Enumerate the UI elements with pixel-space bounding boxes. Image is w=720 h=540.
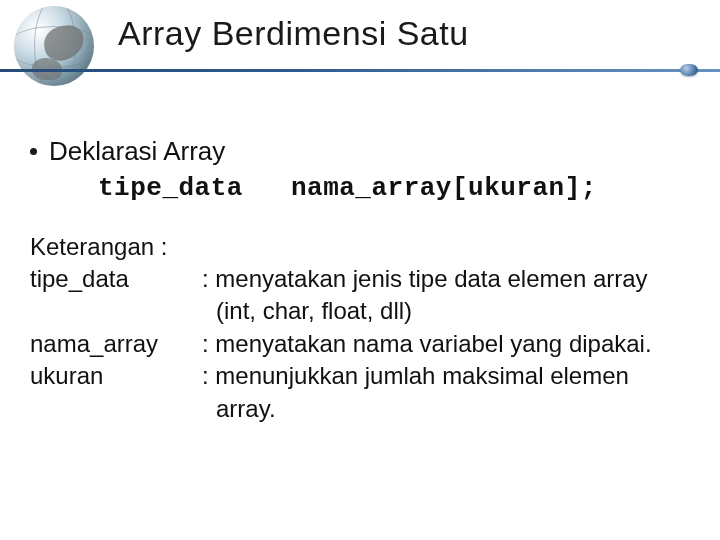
def-desc: : menunjukkan jumlah maksimal elemen: [202, 360, 692, 392]
slide-header: Array Berdimensi Satu: [0, 0, 720, 92]
code-part-type: tipe_data: [98, 173, 243, 203]
def-term: tipe_data: [30, 263, 202, 295]
definition-list: tipe_data : menyatakan jenis tipe data e…: [30, 263, 692, 425]
def-desc: : menyatakan jenis tipe data elemen arra…: [202, 263, 692, 295]
bullet-dot-icon: [30, 148, 37, 155]
def-desc: : menyatakan nama variabel yang dipakai.: [202, 328, 692, 360]
definition-row-cont: (int, char, float, dll): [30, 295, 692, 327]
code-syntax: tipe_datanama_array[ukuran];: [98, 173, 692, 203]
slide-title: Array Berdimensi Satu: [118, 14, 469, 53]
def-desc-cont: (int, char, float, dll): [216, 295, 692, 327]
code-part-name: nama_array[ukuran];: [291, 173, 597, 203]
header-rule: [0, 67, 720, 81]
definition-row: ukuran : menunjukkan jumlah maksimal ele…: [30, 360, 692, 392]
definition-row: nama_array : menyatakan nama variabel ya…: [30, 328, 692, 360]
definition-row: tipe_data : menyatakan jenis tipe data e…: [30, 263, 692, 295]
def-term: ukuran: [30, 360, 202, 392]
bullet-item: Deklarasi Array: [30, 136, 692, 167]
definition-row-cont: array.: [30, 393, 692, 425]
def-term: nama_array: [30, 328, 202, 360]
keterangan-label: Keterangan :: [30, 233, 692, 261]
def-desc-cont: array.: [216, 393, 692, 425]
bullet-text: Deklarasi Array: [49, 136, 225, 167]
slide-content: Deklarasi Array tipe_datanama_array[ukur…: [0, 92, 720, 425]
